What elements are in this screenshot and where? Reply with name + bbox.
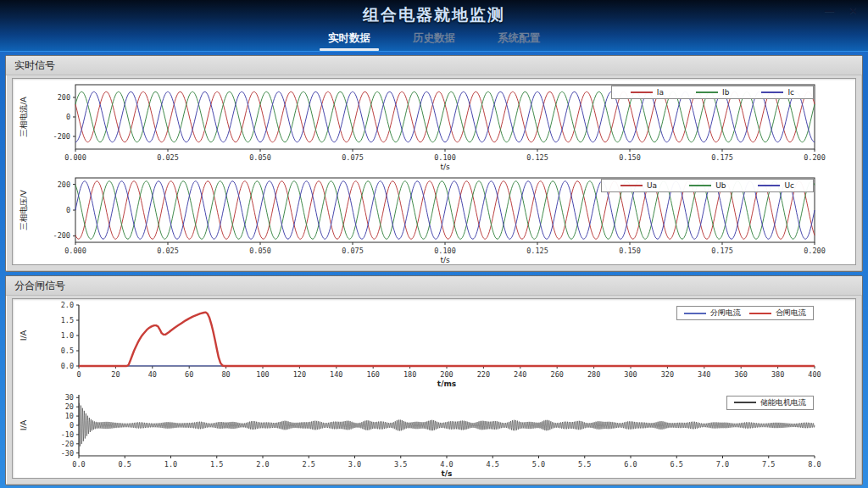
y-tick-label: -200 [53,231,70,240]
legend-item[interactable]: 合闸电流 [749,308,806,319]
legend-line-swatch [631,92,653,93]
x-axis-label: t/s [442,469,453,478]
legend-item[interactable]: 分闸电流 [684,308,741,319]
x-tick-label: 5.5 [578,460,591,469]
y-tick-label: 200 [58,180,70,188]
x-tick-label: 160 [367,370,380,379]
legend-line-swatch [758,185,780,186]
x-tick-label: 360 [735,370,748,379]
x-tick-label: 0.175 [711,153,733,162]
x-tick-label: 7.5 [762,460,775,469]
x-tick-label: 100 [256,370,269,379]
legend-label: Ib [722,88,729,97]
legend-item[interactable]: Ub [677,180,737,191]
x-tick-label: 280 [587,370,600,379]
legend-item[interactable]: Uc [746,180,806,191]
tab-system-config[interactable]: 系统配置 [489,28,548,50]
x-tick-label: 320 [661,370,674,379]
x-tick-label: 7.0 [716,460,729,469]
y-tick-label: 20 [65,402,74,411]
legend-line-swatch [684,313,706,314]
y-tick-label: 0.5 [61,347,74,355]
chart-motor-current: 0.00.51.01.52.02.53.03.54.04.55.05.56.06… [13,389,855,479]
x-tick-label: 6.0 [624,460,637,469]
x-tick-label: 0.075 [342,153,364,162]
chart-three-phase-current: 0.0000.0250.0500.0750.1000.1250.1500.175… [13,79,855,172]
panel-realtime-signal-title: 实时信号 [6,56,862,75]
x-tick-label: 240 [514,370,526,379]
x-tick-label: 200 [440,370,453,379]
x-tick-label: 400 [808,370,821,379]
legend-label: 合闸电流 [776,308,806,319]
x-tick-label: 20 [111,370,120,379]
series-储能电机电流 [79,402,815,446]
x-tick-label: 8.0 [808,460,821,469]
tab-bar: 实时数据 历史数据 系统配置 [0,28,868,50]
x-tick-label: 0.050 [249,247,271,255]
x-tick-label: 260 [551,370,564,379]
legend-label: 分闸电流 [710,308,741,319]
series-Ib [75,92,815,141]
x-tick-label: 40 [148,370,157,379]
x-axis-label: t/s [440,163,450,171]
x-tick-label: 380 [771,370,784,379]
legend-switch-coil-current: 分闸电流合闸电流 [676,306,814,320]
tab-history-data[interactable]: 历史数据 [404,28,464,50]
x-tick-label: 0.050 [249,153,271,162]
legend-item[interactable]: Ic [749,87,806,97]
x-tick-label: 0.150 [619,153,641,162]
x-tick-label: 0.100 [434,247,456,255]
tab-realtime-data[interactable]: 实时数据 [320,28,379,50]
x-tick-label: 1.0 [164,460,177,469]
window-controls: — ✕ [824,5,858,16]
y-axis-label: 三相电压/V [19,189,28,230]
legend-line-swatch [620,185,643,186]
legend-label: Ic [787,88,794,97]
y-tick-label: 200 [58,93,70,102]
y-tick-label: 0 [66,206,70,214]
series-Ia [75,92,815,141]
y-axis-label: I/A [19,330,28,341]
panel-realtime-signal: 实时信号 0.0000.0250.0500.0750.1000.1250.150… [5,55,863,272]
x-tick-label: 0.5 [119,460,131,469]
legend-item[interactable]: Ua [609,180,669,191]
x-tick-label: 180 [403,370,416,379]
x-tick-label: 60 [185,370,193,379]
x-tick-label: 4.5 [487,460,499,469]
legend-item[interactable]: Ia [619,87,676,97]
minimize-button[interactable]: — [824,5,835,16]
main-content: 实时信号 0.0000.0250.0500.0750.1000.1250.150… [0,52,868,488]
legend-three-phase-current: IaIbIc [611,86,814,99]
x-tick-label: 1.5 [210,460,223,469]
x-tick-label: 0.100 [434,153,456,162]
x-tick-label: 0.000 [64,247,86,255]
legend-label: Ia [657,88,664,97]
panel-realtime-signal-body: 0.0000.0250.0500.0750.1000.1250.1500.175… [12,78,856,265]
x-tick-label: 0.025 [157,153,179,162]
legend-label: Ua [647,181,657,190]
chart-three-phase-voltage: 0.0000.0250.0500.0750.1000.1250.1500.175… [13,172,855,265]
legend-item[interactable]: 储能电机电流 [734,397,806,408]
y-tick-label: -20 [61,439,74,447]
legend-line-swatch [734,402,756,403]
legend-item[interactable]: Ib [684,87,741,97]
x-tick-label: 340 [698,370,710,379]
y-tick-label: 30 [65,393,74,402]
close-button[interactable]: ✕ [849,5,858,16]
legend-label: Ub [715,181,726,190]
x-tick-label: 140 [330,370,342,379]
x-tick-label: 0.175 [711,247,733,255]
y-tick-label: 1.0 [61,331,74,340]
y-tick-label: -10 [61,430,74,438]
x-tick-label: 0.025 [157,247,179,255]
y-tick-label: 10 [65,412,74,420]
x-tick-label: 220 [477,370,490,379]
x-tick-label: 300 [624,370,637,379]
series-Ic [75,92,815,141]
x-tick-label: 3.0 [348,460,361,469]
y-tick-label: 0.0 [61,362,74,370]
legend-motor-current: 储能电机电流 [726,396,814,410]
x-tick-label: 0 [76,370,81,379]
x-tick-label: 0.125 [526,153,548,162]
x-tick-label: 0.150 [619,247,641,255]
